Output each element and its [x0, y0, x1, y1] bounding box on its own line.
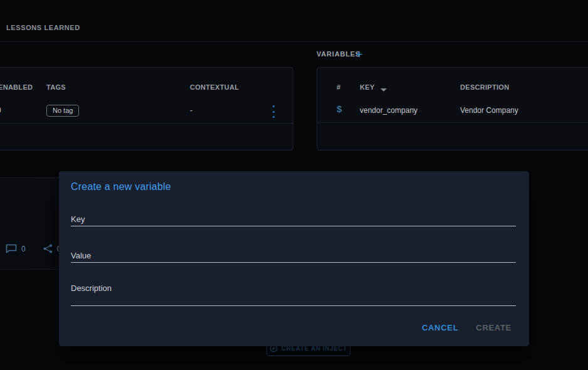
column-header-num: #	[337, 83, 340, 91]
row-divider	[317, 122, 588, 123]
column-header-key[interactable]: KEY	[360, 83, 375, 91]
variable-key: vendor_company	[360, 106, 417, 115]
value-input[interactable]	[71, 249, 516, 263]
column-header-description: DESCRIPTION	[460, 83, 509, 91]
key-input[interactable]	[71, 213, 516, 226]
share-icon	[43, 244, 53, 253]
comments-button[interactable]: 0	[6, 244, 26, 253]
comment-bubble-icon	[6, 244, 17, 253]
tag-chip: No tag	[46, 105, 79, 117]
add-variable-button[interactable]: +	[352, 47, 366, 61]
activity-bar: 0 0	[6, 244, 61, 253]
variables-table-card: # KEY DESCRIPTION $ vendor_company Vendo…	[317, 67, 588, 151]
page-title: LESSONS LEARNED	[6, 24, 80, 31]
column-header-tags: TAGS	[46, 83, 66, 91]
create-variable-dialog: Create a new variable Description CANCEL…	[59, 171, 529, 346]
cancel-button[interactable]: CANCEL	[421, 319, 459, 336]
contextual-value: -	[190, 106, 192, 115]
header-divider	[0, 41, 588, 42]
plus-icon: +	[355, 48, 362, 60]
comments-count: 0	[21, 245, 26, 253]
create-button[interactable]: CREATE	[475, 319, 513, 336]
sort-desc-icon[interactable]	[381, 88, 387, 92]
dialog-title: Create a new variable	[71, 181, 171, 193]
column-header-enabled: ENABLED	[0, 83, 33, 91]
enabled-value: 0	[0, 106, 1, 115]
dialog-actions: CANCEL CREATE	[421, 319, 513, 336]
description-input[interactable]	[71, 292, 516, 306]
injects-table-card: ENABLED TAGS CONTEXTUAL 0 No tag -	[0, 67, 293, 151]
column-header-contextual: CONTEXTUAL	[190, 83, 239, 91]
lessons-learned-page: { "page": { "section_title": "LESSONS LE…	[0, 0, 588, 370]
description-label: Description	[71, 283, 112, 293]
kebab-menu-icon[interactable]	[270, 105, 276, 118]
variable-description: Vendor Company	[460, 106, 518, 115]
dollar-icon: $	[337, 103, 342, 114]
row-divider	[0, 123, 294, 124]
